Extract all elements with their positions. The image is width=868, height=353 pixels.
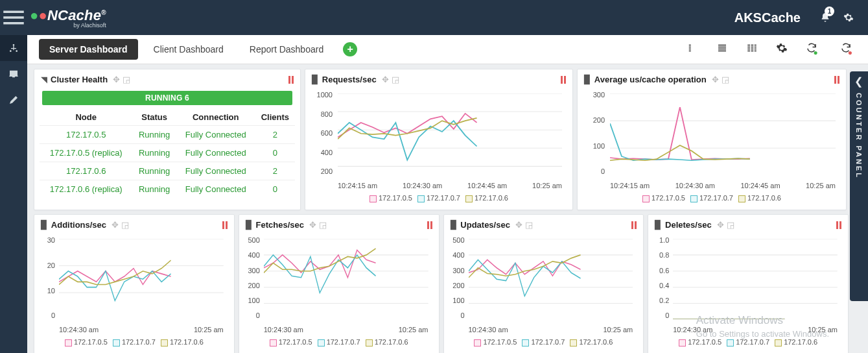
col-connection: Connection — [176, 109, 255, 126]
settings-gear[interactable] — [837, 0, 860, 35]
legend: 172.17.0.5 172.17.0.7 172.17.0.6 — [311, 191, 567, 204]
chart-icon: ▉ — [655, 220, 662, 230]
table-row: 172.17.0.6 (replica)RunningFully Connect… — [40, 180, 295, 199]
layout-grid-icon[interactable] — [746, 42, 758, 56]
card-deletes: ▉ Deletes/sec ✥ ◲ 1.00.80.60.40.20 10:24… — [648, 214, 849, 353]
card-fetches: ▉ Fetches/sec ✥ ◲ 5004003002001000 10:24… — [239, 214, 440, 353]
card-additions: ▉ Additions/sec ✥ ◲ 3020100 10:24:30 am1… — [34, 214, 235, 353]
dashboard-tabs: Server Dashboard Client Dashboard Report… — [27, 35, 868, 64]
legend: 172.17.0.5 172.17.0.7 172.17.0.6 — [449, 335, 639, 348]
pause-button[interactable] — [836, 221, 841, 229]
card-avg-us: ▉ Average us/cache operation ✥ ◲ 3002001… — [577, 69, 847, 210]
chart-icon: ▉ — [451, 220, 458, 230]
tab-client-dashboard[interactable]: Client Dashboard — [143, 39, 234, 60]
cluster-icon: ◥ — [41, 75, 47, 84]
running-status-bar: RUNNING 6 — [42, 91, 292, 105]
card-cluster-health: ◥ Cluster Health ✥ ◲ RUNNING 6 Node Stat… — [34, 69, 301, 210]
table-row: 172.17.0.6RunningFully Connected2 — [40, 162, 295, 180]
move-icon[interactable]: ✥ — [515, 220, 522, 230]
cache-name: AKSCache — [734, 10, 801, 25]
hamburger-menu[interactable] — [0, 0, 27, 35]
card-title: Requests/sec — [322, 75, 377, 84]
layout-list-icon[interactable] — [716, 42, 728, 56]
nav-cluster-icon[interactable] — [0, 35, 27, 61]
expand-icon[interactable]: ◲ — [727, 220, 734, 230]
expand-icon[interactable]: ◲ — [319, 220, 327, 230]
chart-icon: ▉ — [312, 75, 319, 84]
card-updates: ▉ Updates/sec ✥ ◲ 5004003002001000 10:24… — [443, 214, 644, 353]
refresh-green-icon[interactable]: ● — [806, 42, 822, 56]
move-icon[interactable]: ✥ — [309, 220, 316, 230]
card-title: Fetches/sec — [256, 220, 304, 230]
card-title: Cluster Health — [51, 75, 108, 84]
toolbar-settings-icon[interactable] — [776, 42, 788, 56]
tab-report-dashboard[interactable]: Report Dashboard — [239, 39, 334, 60]
counter-panel-label: COUNTER PANEL — [855, 93, 863, 179]
table-row: 172.17.0.5 (replica)RunningFully Connect… — [40, 144, 295, 162]
table-row: 172.17.0.5RunningFully Connected2 — [40, 126, 295, 144]
left-sidebar — [0, 35, 27, 353]
legend: 172.17.0.5 172.17.0.7 172.17.0.6 — [653, 335, 843, 348]
expand-icon[interactable]: ◲ — [721, 75, 729, 84]
pause-button[interactable] — [222, 221, 228, 229]
move-icon[interactable]: ✥ — [717, 220, 724, 230]
col-node: Node — [40, 109, 132, 126]
brand: ●●NCache® by Alachisoft — [30, 7, 106, 29]
pause-button[interactable] — [834, 76, 839, 84]
chart-icon: ▉ — [246, 220, 253, 230]
add-dashboard-button[interactable]: + — [343, 42, 357, 56]
pause-button[interactable] — [561, 76, 566, 84]
move-icon[interactable]: ✥ — [712, 75, 719, 84]
tab-server-dashboard[interactable]: Server Dashboard — [39, 39, 138, 60]
card-requests: ▉ Requests/sec ✥ ◲ 1000800600400200 10:2… — [305, 69, 573, 210]
card-title: Average us/cache operation — [594, 75, 707, 84]
move-icon[interactable]: ✥ — [382, 75, 389, 84]
pause-button[interactable] — [288, 76, 294, 84]
notifications-count: 1 — [825, 6, 834, 16]
expand-icon[interactable]: ◲ — [525, 220, 533, 230]
pause-button[interactable] — [427, 221, 432, 229]
col-status: Status — [132, 109, 176, 126]
col-clients: Clients — [255, 109, 295, 126]
refresh-red-icon[interactable]: ● — [840, 42, 856, 56]
legend: 172.17.0.5 172.17.0.7 172.17.0.6 — [244, 335, 434, 348]
chevron-left-icon: ❮ — [854, 75, 863, 88]
expand-icon[interactable]: ◲ — [121, 220, 129, 230]
nav-tools-icon[interactable] — [0, 87, 27, 113]
counter-panel-toggle[interactable]: ❮ COUNTER PANEL — [850, 71, 868, 301]
layout-single-icon[interactable] — [686, 42, 698, 56]
expand-icon[interactable]: ◲ — [392, 75, 399, 84]
chart-icon: ▉ — [41, 220, 48, 230]
legend: 172.17.0.5 172.17.0.7 172.17.0.6 — [40, 335, 229, 348]
card-title: Additions/sec — [51, 220, 106, 230]
nav-monitor-icon[interactable] — [0, 61, 27, 87]
legend: 172.17.0.5 172.17.0.7 172.17.0.6 — [583, 191, 841, 204]
card-title: Deletes/sec — [665, 220, 712, 230]
move-icon[interactable]: ✥ — [111, 220, 119, 230]
card-title: Updates/sec — [460, 220, 510, 230]
chart-icon: ▉ — [584, 75, 591, 84]
content-area: ◥ Cluster Health ✥ ◲ RUNNING 6 Node Stat… — [27, 64, 868, 353]
expand-icon[interactable]: ◲ — [123, 75, 130, 84]
pause-button[interactable] — [631, 221, 637, 229]
cluster-table: Node Status Connection Clients 172.17.0.… — [40, 109, 295, 198]
move-icon[interactable]: ✥ — [113, 75, 120, 84]
notifications-bell[interactable]: 1 — [814, 0, 837, 35]
